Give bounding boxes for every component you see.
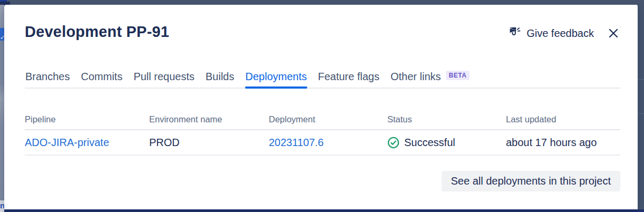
deployment-link[interactable]: 20231107.6: [269, 137, 324, 149]
give-feedback-button[interactable]: Give feedback: [509, 27, 594, 40]
dialog-title: Development PP-91: [25, 23, 169, 41]
pipeline-cell: ADO-JIRA-private: [25, 130, 149, 155]
column-header-deployment: Deployment: [269, 114, 387, 129]
check-circle-icon: [387, 137, 399, 149]
dialog-header: Development PP-91 Give feedback: [25, 23, 620, 41]
background-divider: [638, 113, 644, 114]
development-dialog: Development PP-91 Give feedback: [4, 5, 638, 209]
table-row: ADO-JIRA-private PROD 20231107.6 Success…: [25, 130, 620, 156]
tab-other-links[interactable]: Other links BETA: [390, 71, 470, 88]
column-header-pipeline: Pipeline: [25, 114, 149, 129]
last-updated-cell: about 17 hours ago: [506, 130, 620, 155]
background-top-bar: [0, 0, 644, 5]
pipeline-link[interactable]: ADO-JIRA-private: [25, 137, 109, 149]
background-divider: [638, 79, 644, 80]
tab-builds[interactable]: Builds: [205, 71, 235, 88]
header-actions: Give feedback: [509, 23, 620, 40]
tab-deployments[interactable]: Deployments: [245, 71, 308, 88]
background-partial-blue-button: ✓: [0, 28, 4, 41]
check-glyph: ✓: [0, 35, 4, 41]
close-icon: [608, 33, 619, 41]
see-all-deployments-button[interactable]: See all deployments in this project: [442, 171, 621, 191]
deployment-cell: 20231107.6: [269, 130, 387, 155]
dialog-footer: See all deployments in this project: [25, 171, 620, 191]
tab-feature-flags[interactable]: Feature flags: [317, 71, 380, 88]
tab-commits[interactable]: Commits: [81, 71, 123, 88]
column-header-last-updated: Last updated: [506, 114, 620, 129]
beta-badge: BETA: [446, 71, 470, 80]
background-right-strip: [638, 0, 644, 212]
tab-branches[interactable]: Branches: [25, 71, 71, 88]
dev-panel-tabs: Branches Commits Pull requests Builds De…: [25, 71, 620, 89]
megaphone-icon: [509, 27, 522, 40]
environment-cell: PROD: [149, 130, 269, 155]
deployments-table: Pipeline Environment name Deployment Sta…: [25, 114, 620, 156]
column-header-status: Status: [387, 114, 506, 129]
status-label: Successful: [404, 137, 455, 149]
column-header-environment: Environment name: [149, 114, 269, 129]
close-button[interactable]: [607, 26, 620, 40]
background-partial-text: nn: [0, 200, 4, 212]
status-cell: Successful: [387, 130, 506, 155]
give-feedback-label: Give feedback: [526, 27, 594, 40]
tab-pull-requests[interactable]: Pull requests: [133, 71, 195, 88]
background-bottom-bar: [4, 209, 644, 212]
table-header-row: Pipeline Environment name Deployment Sta…: [25, 114, 620, 130]
